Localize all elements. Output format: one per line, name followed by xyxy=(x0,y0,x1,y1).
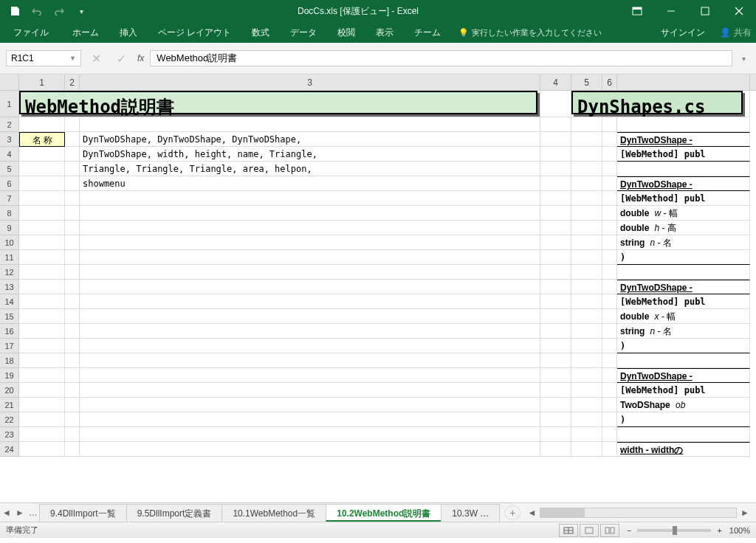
col-header[interactable]: 4 xyxy=(540,75,571,90)
zoom-thumb[interactable] xyxy=(673,526,677,535)
zoom-slider[interactable] xyxy=(637,529,711,532)
sheet-tab[interactable]: 9.4DllImport一覧 xyxy=(39,504,127,522)
label-name: 名 称 xyxy=(19,132,65,147)
sign-in[interactable]: サインイン xyxy=(650,27,715,39)
code-line: [WebMethod] publ xyxy=(617,383,750,398)
code-line: DynTwoDShape - xyxy=(620,179,693,190)
row-header[interactable]: 13 xyxy=(0,280,19,294)
worksheet-grid[interactable]: 1 2 3 4 5 6 1 WebMethod説明書 DynShapes.cs … xyxy=(0,75,756,502)
zoom-in[interactable]: + xyxy=(717,526,721,535)
view-pagebreak-icon[interactable] xyxy=(600,524,619,537)
zoom-out[interactable]: − xyxy=(627,526,631,535)
row-header[interactable]: 11 xyxy=(0,250,19,265)
cancel-icon[interactable]: ✕ xyxy=(86,50,106,66)
row-header[interactable]: 21 xyxy=(0,398,19,412)
tab-nav-next[interactable]: ► xyxy=(13,508,27,518)
row-header[interactable]: 3 xyxy=(0,132,19,147)
row-header[interactable]: 2 xyxy=(0,117,19,132)
save-button[interactable] xyxy=(6,2,24,20)
row-header[interactable]: 15 xyxy=(0,309,19,324)
formula-expand-icon[interactable]: ▾ xyxy=(737,55,750,63)
view-pagelayout-icon[interactable] xyxy=(580,524,599,537)
fx-icon[interactable]: fx xyxy=(136,53,145,63)
sheet-tab-active[interactable]: 10.2WebMethod説明書 xyxy=(326,504,441,522)
code-line: string n - 名 xyxy=(617,324,750,339)
col-header[interactable]: 6 xyxy=(602,75,617,90)
tab-team[interactable]: チーム xyxy=(404,22,451,43)
row-header[interactable]: 23 xyxy=(0,427,19,442)
svg-rect-8 xyxy=(611,528,614,533)
new-sheet-button[interactable]: + xyxy=(504,505,520,520)
select-all[interactable] xyxy=(0,75,19,91)
hscroll-right[interactable]: ► xyxy=(738,508,752,518)
row-header[interactable]: 9 xyxy=(0,221,19,235)
col-header[interactable]: 5 xyxy=(571,75,602,90)
row-header[interactable]: 16 xyxy=(0,324,19,339)
close-button[interactable] xyxy=(722,0,756,22)
tab-pagelayout[interactable]: ページ レイアウト xyxy=(148,22,241,43)
row-header[interactable]: 10 xyxy=(0,235,19,250)
row-header[interactable]: 8 xyxy=(0,206,19,221)
svg-rect-6 xyxy=(585,528,593,533)
maximize-button[interactable] xyxy=(688,0,722,22)
tab-insert[interactable]: 挿入 xyxy=(109,22,148,43)
row-header[interactable]: 5 xyxy=(0,162,19,176)
sheet-tab[interactable]: 9.5DllImport定義書 xyxy=(126,504,223,522)
enter-icon[interactable]: ✓ xyxy=(111,50,131,66)
code-line: double x - 幅 xyxy=(617,309,750,324)
col-header[interactable]: 2 xyxy=(65,75,80,90)
code-line: double w - 幅 xyxy=(617,206,750,221)
code-line: [WebMethod] publ xyxy=(617,294,750,309)
code-line: string n - 名 xyxy=(617,235,750,250)
chevron-down-icon[interactable]: ▼ xyxy=(69,55,76,62)
tell-me[interactable]: 💡実行したい作業を入力してください xyxy=(451,27,602,38)
title-left: WebMethod説明書 xyxy=(19,91,537,114)
row-header[interactable]: 4 xyxy=(0,147,19,162)
row-header[interactable]: 24 xyxy=(0,442,19,457)
ribbon: ファイル ホーム 挿入 ページ レイアウト 数式 データ 校閲 表示 チーム 💡… xyxy=(0,22,756,43)
tab-nav-more[interactable]: … xyxy=(27,508,40,518)
title-right: DynShapes.cs xyxy=(571,91,743,114)
sheet-tab[interactable]: 10.1WebMethod一覧 xyxy=(221,504,326,522)
share-button[interactable]: 👤共有 xyxy=(715,27,756,39)
tab-formulas[interactable]: 数式 xyxy=(241,22,280,43)
row-header[interactable]: 17 xyxy=(0,339,19,353)
hscroll-thumb[interactable] xyxy=(540,508,585,517)
code-line: ) xyxy=(617,339,750,353)
tab-home[interactable]: ホーム xyxy=(62,22,109,43)
title-bar: ▾ DocCs.xls [保護ビュー] - Excel xyxy=(0,0,756,22)
row-header[interactable]: 12 xyxy=(0,265,19,280)
tab-review[interactable]: 校閲 xyxy=(327,22,365,43)
zoom-percent[interactable]: 100% xyxy=(729,526,750,535)
tab-file[interactable]: ファイル xyxy=(3,22,59,43)
row-header[interactable]: 19 xyxy=(0,368,19,383)
column-headers: 1 2 3 4 5 6 xyxy=(0,75,756,91)
row-header[interactable]: 18 xyxy=(0,353,19,368)
qat-more[interactable]: ▾ xyxy=(72,2,90,20)
undo-button[interactable] xyxy=(28,2,46,20)
row-header[interactable]: 20 xyxy=(0,383,19,398)
code-line: DynTwoDShape - xyxy=(620,283,693,293)
row-header[interactable]: 6 xyxy=(0,176,19,191)
col-header[interactable]: 3 xyxy=(80,75,540,90)
formula-input[interactable] xyxy=(150,50,732,66)
minimize-button[interactable] xyxy=(654,0,688,22)
row-header[interactable]: 22 xyxy=(0,412,19,427)
hscrollbar[interactable] xyxy=(540,508,737,518)
desc-line: showmenu xyxy=(80,176,540,191)
col-header[interactable]: 1 xyxy=(19,75,65,90)
tab-data[interactable]: データ xyxy=(280,22,327,43)
tab-view[interactable]: 表示 xyxy=(365,22,404,43)
ribbon-options-icon[interactable] xyxy=(620,0,654,22)
code-line: [WebMethod] publ xyxy=(617,147,750,162)
row-header[interactable]: 7 xyxy=(0,191,19,206)
view-normal-icon[interactable] xyxy=(559,524,578,537)
redo-button[interactable] xyxy=(50,2,68,20)
row-header[interactable]: 14 xyxy=(0,294,19,309)
sheet-tab[interactable]: 10.3W … xyxy=(441,504,500,522)
name-box[interactable]: R1C1▼ xyxy=(6,50,81,66)
code-line: width - widthの xyxy=(620,445,683,455)
tab-nav-prev[interactable]: ◄ xyxy=(0,508,13,518)
row-header[interactable]: 1 xyxy=(0,91,19,117)
hscroll-left[interactable]: ◄ xyxy=(525,508,538,518)
